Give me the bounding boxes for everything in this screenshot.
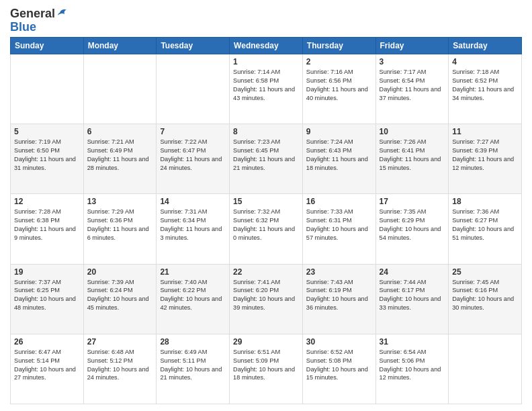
logo-general: General — [10, 7, 55, 21]
calendar-cell: 21Sunrise: 7:40 AM Sunset: 6:22 PM Dayli… — [157, 264, 230, 334]
calendar: SundayMondayTuesdayWednesdayThursdayFrid… — [10, 37, 522, 404]
calendar-cell: 1Sunrise: 7:14 AM Sunset: 6:58 PM Daylig… — [230, 54, 303, 124]
day-info: Sunrise: 7:43 AM Sunset: 6:19 PM Dayligh… — [306, 278, 372, 313]
day-info: Sunrise: 7:21 AM Sunset: 6:49 PM Dayligh… — [87, 138, 153, 173]
day-info: Sunrise: 6:48 AM Sunset: 5:12 PM Dayligh… — [87, 348, 153, 383]
day-number: 18 — [452, 197, 518, 206]
day-number: 21 — [160, 267, 226, 277]
calendar-cell: 28Sunrise: 6:49 AM Sunset: 5:11 PM Dayli… — [157, 334, 230, 404]
column-header-friday: Friday — [375, 38, 449, 54]
calendar-cell: 8Sunrise: 7:23 AM Sunset: 6:45 PM Daylig… — [230, 124, 303, 194]
day-number: 25 — [452, 267, 518, 277]
day-number: 20 — [87, 267, 153, 277]
calendar-cell: 27Sunrise: 6:48 AM Sunset: 5:12 PM Dayli… — [83, 334, 157, 404]
day-number: 23 — [306, 267, 372, 277]
column-header-monday: Monday — [83, 38, 157, 54]
logo-blue: Blue — [10, 21, 36, 33]
calendar-week-1: 1Sunrise: 7:14 AM Sunset: 6:58 PM Daylig… — [11, 54, 522, 124]
day-number: 19 — [14, 267, 80, 277]
day-info: Sunrise: 7:37 AM Sunset: 6:25 PM Dayligh… — [14, 278, 80, 313]
day-info: Sunrise: 7:24 AM Sunset: 6:43 PM Dayligh… — [306, 138, 372, 173]
day-number: 12 — [14, 197, 80, 206]
day-info: Sunrise: 7:18 AM Sunset: 6:52 PM Dayligh… — [452, 68, 518, 103]
calendar-cell: 16Sunrise: 7:33 AM Sunset: 6:31 PM Dayli… — [302, 194, 375, 264]
day-info: Sunrise: 7:36 AM Sunset: 6:27 PM Dayligh… — [452, 208, 518, 242]
calendar-cell: 26Sunrise: 6:47 AM Sunset: 5:14 PM Dayli… — [11, 334, 84, 404]
column-header-saturday: Saturday — [449, 38, 522, 54]
calendar-cell: 12Sunrise: 7:28 AM Sunset: 6:38 PM Dayli… — [11, 194, 84, 264]
day-info: Sunrise: 7:29 AM Sunset: 6:36 PM Dayligh… — [87, 208, 153, 242]
calendar-cell — [11, 54, 84, 124]
calendar-cell: 29Sunrise: 6:51 AM Sunset: 5:09 PM Dayli… — [230, 334, 303, 404]
day-info: Sunrise: 6:54 AM Sunset: 5:06 PM Dayligh… — [380, 348, 445, 383]
day-number: 16 — [306, 197, 372, 206]
calendar-cell: 31Sunrise: 6:54 AM Sunset: 5:06 PM Dayli… — [375, 334, 449, 404]
day-info: Sunrise: 7:22 AM Sunset: 6:47 PM Dayligh… — [160, 138, 226, 173]
calendar-cell: 5Sunrise: 7:19 AM Sunset: 6:50 PM Daylig… — [11, 124, 84, 194]
day-info: Sunrise: 6:52 AM Sunset: 5:08 PM Dayligh… — [306, 348, 372, 383]
column-header-wednesday: Wednesday — [230, 38, 303, 54]
calendar-cell: 7Sunrise: 7:22 AM Sunset: 6:47 PM Daylig… — [157, 124, 230, 194]
day-number: 7 — [160, 127, 226, 136]
calendar-cell — [157, 54, 230, 124]
day-info: Sunrise: 7:16 AM Sunset: 6:56 PM Dayligh… — [306, 68, 372, 103]
day-number: 5 — [14, 127, 80, 136]
calendar-cell: 13Sunrise: 7:29 AM Sunset: 6:36 PM Dayli… — [83, 194, 157, 264]
calendar-week-4: 19Sunrise: 7:37 AM Sunset: 6:25 PM Dayli… — [11, 264, 522, 334]
day-number: 31 — [380, 337, 445, 347]
day-info: Sunrise: 7:33 AM Sunset: 6:31 PM Dayligh… — [306, 208, 372, 242]
day-info: Sunrise: 7:17 AM Sunset: 6:54 PM Dayligh… — [380, 68, 445, 103]
calendar-cell: 18Sunrise: 7:36 AM Sunset: 6:27 PM Dayli… — [449, 194, 522, 264]
logo: General Blue — [10, 7, 71, 33]
day-info: Sunrise: 7:41 AM Sunset: 6:20 PM Dayligh… — [233, 278, 299, 313]
day-info: Sunrise: 7:31 AM Sunset: 6:34 PM Dayligh… — [160, 208, 226, 242]
calendar-cell: 22Sunrise: 7:41 AM Sunset: 6:20 PM Dayli… — [230, 264, 303, 334]
day-number: 30 — [306, 337, 372, 347]
calendar-cell — [449, 334, 522, 404]
calendar-cell: 14Sunrise: 7:31 AM Sunset: 6:34 PM Dayli… — [157, 194, 230, 264]
day-number: 14 — [160, 197, 226, 206]
day-info: Sunrise: 7:45 AM Sunset: 6:16 PM Dayligh… — [452, 278, 518, 313]
calendar-cell: 2Sunrise: 7:16 AM Sunset: 6:56 PM Daylig… — [302, 54, 375, 124]
column-header-sunday: Sunday — [11, 38, 84, 54]
day-number: 2 — [306, 57, 372, 66]
day-number: 9 — [306, 127, 372, 136]
day-info: Sunrise: 6:47 AM Sunset: 5:14 PM Dayligh… — [14, 348, 80, 383]
day-info: Sunrise: 7:39 AM Sunset: 6:24 PM Dayligh… — [87, 278, 153, 313]
page: General Blue SundayMondayTuesdayWednesda… — [0, 0, 532, 411]
day-number: 8 — [233, 127, 299, 136]
day-info: Sunrise: 7:44 AM Sunset: 6:17 PM Dayligh… — [380, 278, 445, 313]
day-info: Sunrise: 7:32 AM Sunset: 6:32 PM Dayligh… — [233, 208, 299, 242]
day-number: 27 — [87, 337, 153, 347]
column-header-thursday: Thursday — [302, 38, 375, 54]
calendar-cell: 15Sunrise: 7:32 AM Sunset: 6:32 PM Dayli… — [230, 194, 303, 264]
day-info: Sunrise: 7:23 AM Sunset: 6:45 PM Dayligh… — [233, 138, 299, 173]
calendar-cell: 24Sunrise: 7:44 AM Sunset: 6:17 PM Dayli… — [375, 264, 449, 334]
day-number: 4 — [452, 57, 518, 66]
calendar-week-5: 26Sunrise: 6:47 AM Sunset: 5:14 PM Dayli… — [11, 334, 522, 404]
calendar-cell — [83, 54, 157, 124]
day-number: 6 — [87, 127, 153, 136]
header: General Blue — [10, 7, 522, 33]
day-info: Sunrise: 7:14 AM Sunset: 6:58 PM Dayligh… — [233, 68, 299, 103]
calendar-cell: 3Sunrise: 7:17 AM Sunset: 6:54 PM Daylig… — [375, 54, 449, 124]
calendar-cell: 25Sunrise: 7:45 AM Sunset: 6:16 PM Dayli… — [449, 264, 522, 334]
day-number: 28 — [160, 337, 226, 347]
day-info: Sunrise: 7:27 AM Sunset: 6:39 PM Dayligh… — [452, 138, 518, 173]
day-info: Sunrise: 7:35 AM Sunset: 6:29 PM Dayligh… — [380, 208, 445, 242]
calendar-cell: 6Sunrise: 7:21 AM Sunset: 6:49 PM Daylig… — [83, 124, 157, 194]
day-number: 1 — [233, 57, 299, 66]
day-number: 15 — [233, 197, 299, 206]
day-info: Sunrise: 6:51 AM Sunset: 5:09 PM Dayligh… — [233, 348, 299, 383]
calendar-week-2: 5Sunrise: 7:19 AM Sunset: 6:50 PM Daylig… — [11, 124, 522, 194]
day-number: 11 — [452, 127, 518, 136]
day-info: Sunrise: 7:40 AM Sunset: 6:22 PM Dayligh… — [160, 278, 226, 313]
calendar-cell: 30Sunrise: 6:52 AM Sunset: 5:08 PM Dayli… — [302, 334, 375, 404]
calendar-cell: 19Sunrise: 7:37 AM Sunset: 6:25 PM Dayli… — [11, 264, 84, 334]
day-number: 10 — [380, 127, 445, 136]
day-number: 29 — [233, 337, 299, 347]
calendar-cell: 17Sunrise: 7:35 AM Sunset: 6:29 PM Dayli… — [375, 194, 449, 264]
calendar-cell: 9Sunrise: 7:24 AM Sunset: 6:43 PM Daylig… — [302, 124, 375, 194]
calendar-cell: 23Sunrise: 7:43 AM Sunset: 6:19 PM Dayli… — [302, 264, 375, 334]
day-info: Sunrise: 7:26 AM Sunset: 6:41 PM Dayligh… — [380, 138, 445, 173]
